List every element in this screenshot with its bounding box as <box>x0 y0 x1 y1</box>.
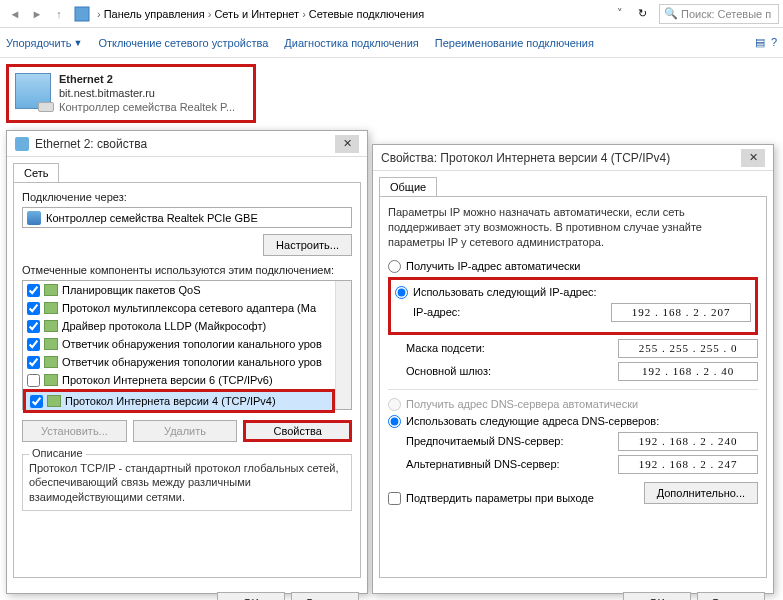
search-icon: 🔍 <box>664 7 678 20</box>
mask-input[interactable]: 255 . 255 . 255 . 0 <box>618 339 758 358</box>
components-label: Отмеченные компоненты используются этим … <box>22 264 352 276</box>
connection-device: Контроллер семейства Realtek P... <box>59 101 235 115</box>
dns2-label: Альтернативный DNS-сервер: <box>406 458 618 470</box>
disable-device-button[interactable]: Отключение сетевого устройства <box>98 37 268 49</box>
protocol-icon <box>44 374 58 386</box>
protocol-icon <box>44 302 58 314</box>
description-text: Протокол TCP/IP - стандартный протокол г… <box>29 461 345 504</box>
svg-rect-0 <box>75 7 89 21</box>
dns2-input[interactable]: 192 . 168 . 2 . 247 <box>618 455 758 474</box>
chevron-right-icon: › <box>299 8 309 20</box>
protocol-icon <box>47 395 61 407</box>
component-row[interactable]: Ответчик обнаружения топологии канальног… <box>23 353 351 371</box>
component-label: Ответчик обнаружения топологии канальног… <box>62 356 322 368</box>
component-label: Планировщик пакетов QoS <box>62 284 201 296</box>
remove-button[interactable]: Удалить <box>133 420 238 442</box>
cancel-button[interactable]: Отмена <box>697 592 765 600</box>
connection-item[interactable]: Ethernet 2 bit.nest.bitmaster.ru Контрол… <box>6 64 256 123</box>
view-button[interactable]: ▤ <box>755 36 765 49</box>
component-checkbox[interactable] <box>27 320 40 333</box>
use-ip-radio[interactable]: Использовать следующий IP-адрес: <box>395 286 751 299</box>
component-row[interactable]: Драйвер протокола LLDP (Майкрософт) <box>23 317 351 335</box>
cancel-button[interactable]: Отмена <box>291 592 359 600</box>
component-checkbox[interactable] <box>27 302 40 315</box>
breadcrumb-part[interactable]: Панель управления <box>104 8 205 20</box>
gateway-input[interactable]: 192 . 168 . 2 . 40 <box>618 362 758 381</box>
ok-button[interactable]: OK <box>217 592 285 600</box>
component-checkbox[interactable] <box>27 356 40 369</box>
ethernet-properties-dialog: Ethernet 2: свойства ✕ Сеть Подключение … <box>6 130 368 594</box>
component-label: Ответчик обнаружения топологии канальног… <box>62 338 322 350</box>
network-adapter-icon <box>15 73 51 109</box>
search-placeholder: Поиск: Сетевые п <box>681 8 771 20</box>
component-row[interactable]: Протокол мультиплексора сетевого адаптер… <box>23 299 351 317</box>
breadcrumb-part[interactable]: Сетевые подключения <box>309 8 424 20</box>
chevron-down-icon: ▼ <box>73 38 82 48</box>
dialog-title: Свойства: Протокол Интернета версии 4 (T… <box>381 151 670 165</box>
component-row[interactable]: Ответчик обнаружения топологии канальног… <box>23 335 351 353</box>
forward-button[interactable]: ► <box>26 4 48 24</box>
breadcrumb-part[interactable]: Сеть и Интернет <box>214 8 299 20</box>
scrollbar[interactable] <box>335 281 351 409</box>
component-row[interactable]: Планировщик пакетов QoS <box>23 281 351 299</box>
search-input[interactable]: 🔍 Поиск: Сетевые п <box>659 4 779 24</box>
tab-general[interactable]: Общие <box>379 177 437 196</box>
auto-ip-radio[interactable]: Получить IP-адрес автоматически <box>388 260 758 273</box>
component-row[interactable]: Протокол Интернета версии 4 (TCP/IPv4) <box>26 392 332 410</box>
mask-label: Маска подсети: <box>406 342 618 354</box>
protocol-icon <box>44 284 58 296</box>
component-checkbox[interactable] <box>27 374 40 387</box>
configure-button[interactable]: Настроить... <box>263 234 352 256</box>
connection-domain: bit.nest.bitmaster.ru <box>59 87 235 101</box>
breadcrumb[interactable]: › Панель управления › Сеть и Интернет › … <box>70 4 428 24</box>
ip-input[interactable]: 192 . 168 . 2 . 207 <box>611 303 751 322</box>
toolbar: Упорядочить▼ Отключение сетевого устройс… <box>0 28 783 58</box>
description-legend: Описание <box>29 447 86 459</box>
protocol-icon <box>44 320 58 332</box>
back-button[interactable]: ◄ <box>4 4 26 24</box>
close-button[interactable]: ✕ <box>335 135 359 153</box>
nic-icon <box>27 211 41 225</box>
address-dropdown[interactable]: ˅ <box>611 7 629 20</box>
component-label: Протокол Интернета версии 4 (TCP/IPv4) <box>65 395 276 407</box>
rename-button[interactable]: Переименование подключения <box>435 37 594 49</box>
ok-button[interactable]: OK <box>623 592 691 600</box>
component-row[interactable]: Протокол Интернета версии 6 (TCP/IPv6) <box>23 371 351 389</box>
ip-label: IP-адрес: <box>413 306 611 318</box>
refresh-button[interactable]: ↻ <box>633 7 651 20</box>
component-label: Драйвер протокола LLDP (Майкрософт) <box>62 320 266 332</box>
info-text: Параметры IP можно назначать автоматичес… <box>388 205 758 250</box>
gateway-label: Основной шлюз: <box>406 365 618 377</box>
component-checkbox[interactable] <box>30 395 43 408</box>
address-bar: ◄ ► ↑ › Панель управления › Сеть и Интер… <box>0 0 783 28</box>
diagnose-button[interactable]: Диагностика подключения <box>284 37 418 49</box>
advanced-button[interactable]: Дополнительно... <box>644 482 758 504</box>
up-button[interactable]: ↑ <box>48 4 70 24</box>
dns1-input[interactable]: 192 . 168 . 2 . 240 <box>618 432 758 451</box>
tab-network[interactable]: Сеть <box>13 163 59 182</box>
protocol-icon <box>44 356 58 368</box>
component-checkbox[interactable] <box>27 284 40 297</box>
close-button[interactable]: ✕ <box>741 149 765 167</box>
validate-checkbox[interactable]: Подтвердить параметры при выходе <box>388 492 594 505</box>
organize-menu[interactable]: Упорядочить▼ <box>6 37 82 49</box>
component-label: Протокол мультиплексора сетевого адаптер… <box>62 302 316 314</box>
help-button[interactable]: ? <box>771 36 777 49</box>
component-label: Протокол Интернета версии 6 (TCP/IPv6) <box>62 374 273 386</box>
components-list[interactable]: Планировщик пакетов QoSПротокол мультипл… <box>22 280 352 410</box>
protocol-icon <box>44 338 58 350</box>
dialog-title: Ethernet 2: свойства <box>35 137 147 151</box>
dialog-title-bar[interactable]: Ethernet 2: свойства ✕ <box>7 131 367 157</box>
dialog-title-bar[interactable]: Свойства: Протокол Интернета версии 4 (T… <box>373 145 773 171</box>
adapter-name: Контроллер семейства Realtek PCIe GBE <box>46 212 258 224</box>
component-checkbox[interactable] <box>27 338 40 351</box>
install-button[interactable]: Установить... <box>22 420 127 442</box>
properties-button[interactable]: Свойства <box>243 420 352 442</box>
connect-via-label: Подключение через: <box>22 191 352 203</box>
connection-name: Ethernet 2 <box>59 73 113 85</box>
adapter-field: Контроллер семейства Realtek PCIe GBE <box>22 207 352 228</box>
control-panel-icon <box>74 6 90 22</box>
use-dns-radio[interactable]: Использовать следующие адреса DNS-сервер… <box>388 415 758 428</box>
dns1-label: Предпочитаемый DNS-сервер: <box>406 435 618 447</box>
network-icon <box>15 137 29 151</box>
